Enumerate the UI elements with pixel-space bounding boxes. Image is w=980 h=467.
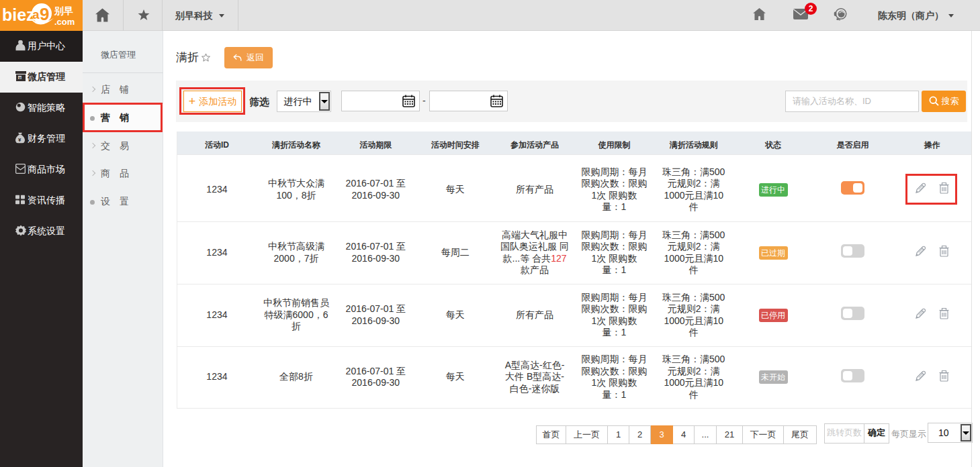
svg-text:¥: ¥ [18, 137, 21, 143]
svg-text:a: a [32, 7, 40, 21]
svg-text:.com: .com [54, 17, 75, 27]
svg-text:biez: biez [2, 5, 35, 24]
svg-text:M: M [19, 76, 21, 80]
svg-text:别早: 别早 [54, 5, 73, 16]
